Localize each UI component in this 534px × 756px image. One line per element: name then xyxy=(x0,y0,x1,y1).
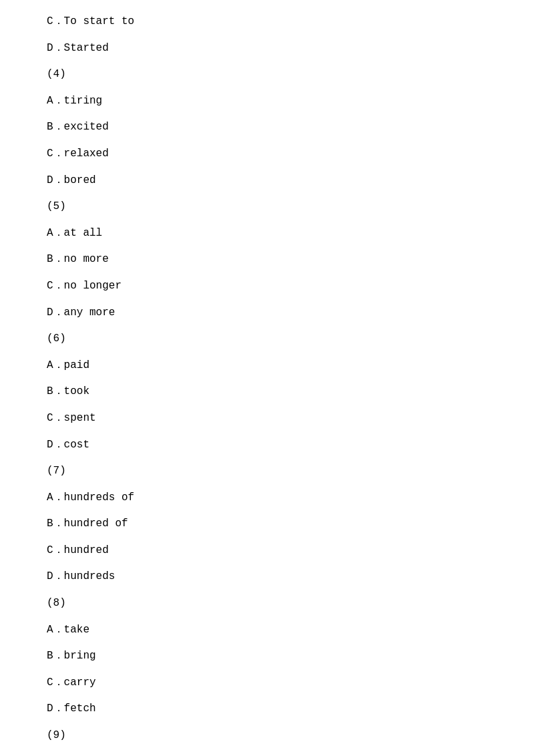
option-a8: A．take xyxy=(47,622,487,639)
question-5-number: (5) xyxy=(47,198,487,216)
option-a6: A．paid xyxy=(47,357,487,375)
option-a5-text: A．at all xyxy=(47,227,102,239)
option-d8-text: D．fetch xyxy=(47,703,96,715)
option-c4-text: C．relaxed xyxy=(47,148,109,160)
option-d3-text: D．Started xyxy=(47,42,109,54)
option-d8: D．fetch xyxy=(47,701,487,718)
option-d5-text: D．any more xyxy=(47,307,115,319)
option-b4-text: B．excited xyxy=(47,121,109,133)
option-c3: C．To start to xyxy=(47,13,487,31)
option-c6-text: C．spent xyxy=(47,412,96,424)
option-d3: D．Started xyxy=(47,40,487,57)
option-d4-text: D．bored xyxy=(47,174,96,186)
option-c3-text: C．To start to xyxy=(47,15,134,27)
option-b5: B．no more xyxy=(47,251,487,268)
option-b7-text: B．hundred of xyxy=(47,518,128,530)
option-d7: D．hundreds xyxy=(47,568,487,586)
option-d6-text: D．cost xyxy=(47,439,89,451)
option-c7: C．hundred xyxy=(47,542,487,560)
option-a7: A．hundreds of xyxy=(47,490,487,507)
option-d6: D．cost xyxy=(47,437,487,454)
option-b6: B．took xyxy=(47,383,487,401)
option-a9: A．that xyxy=(47,754,487,756)
question-4-number: (4) xyxy=(47,66,487,83)
option-c4: C．relaxed xyxy=(47,146,487,163)
option-b7: B．hundred of xyxy=(47,516,487,533)
option-b8: B．bring xyxy=(47,648,487,665)
option-d7-text: D．hundreds xyxy=(47,570,115,582)
option-b6-text: B．took xyxy=(47,385,89,397)
option-c7-text: C．hundred xyxy=(47,544,109,556)
option-c8-text: C．carry xyxy=(47,677,96,689)
option-d4: D．bored xyxy=(47,172,487,190)
question-6-number: (6) xyxy=(47,331,487,348)
question-9-number: (9) xyxy=(47,727,487,745)
option-c5: C．no longer xyxy=(47,278,487,295)
option-a8-text: A．take xyxy=(47,624,89,636)
option-c6: C．spent xyxy=(47,410,487,427)
question-7-number: (7) xyxy=(47,463,487,480)
option-a4-text: A．tiring xyxy=(47,95,102,107)
option-b4: B．excited xyxy=(47,119,487,136)
option-c5-text: C．no longer xyxy=(47,280,121,292)
option-b8-text: B．bring xyxy=(47,650,96,662)
option-a5: A．at all xyxy=(47,225,487,242)
option-b5-text: B．no more xyxy=(47,253,109,265)
option-c8: C．carry xyxy=(47,675,487,692)
question-8-number: (8) xyxy=(47,595,487,612)
option-a7-text: A．hundreds of xyxy=(47,492,134,504)
option-a6-text: A．paid xyxy=(47,359,89,371)
option-a4: A．tiring xyxy=(47,93,487,110)
option-d5: D．any more xyxy=(47,305,487,322)
